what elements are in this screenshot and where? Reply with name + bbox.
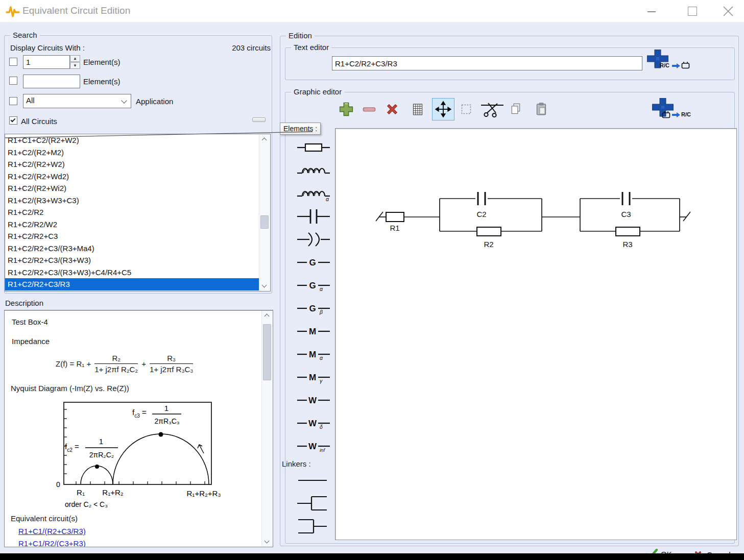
element-w-inf[interactable]: Winf xyxy=(296,436,331,456)
add-element-button[interactable] xyxy=(335,98,357,120)
list-item[interactable]: R1+C2/R2 xyxy=(5,206,259,218)
list-item[interactable]: R1+C2/R2+C3/(R3+W3) xyxy=(5,254,259,266)
circuit-text-input[interactable] xyxy=(332,56,642,70)
label-r1: R1 xyxy=(390,224,399,232)
label-r3: R3 xyxy=(622,240,632,249)
element-resistor[interactable] xyxy=(296,138,331,157)
element-g-alpha[interactable]: Gα xyxy=(296,276,331,295)
list-item[interactable]: R1+C2/R2+C3/(R3+W3)+C4/R4+C5 xyxy=(5,266,259,279)
filter1-checkbox[interactable] xyxy=(9,58,17,66)
scroll-down-button[interactable] xyxy=(262,536,272,546)
list-scrollbar[interactable] xyxy=(259,135,270,290)
description-scrollbar[interactable] xyxy=(261,311,272,546)
copy-button[interactable] xyxy=(505,98,527,120)
element-g-beta[interactable]: Gβ xyxy=(296,299,331,318)
linker-fork-left[interactable] xyxy=(296,515,329,540)
list-item[interactable]: R1+C2/(R2+Wd2) xyxy=(5,171,259,183)
equivalent-circuit-link[interactable]: R1+C1/(R2+C3/R3) xyxy=(18,527,86,535)
linker-straight[interactable] xyxy=(296,469,329,494)
svg-text:fc2 =: fc2 = xyxy=(65,442,79,453)
maximize-button[interactable] xyxy=(683,4,701,18)
spin-down-icon[interactable]: ▼ xyxy=(70,62,80,69)
paste-button[interactable] xyxy=(530,98,553,120)
app-logo-icon xyxy=(6,4,20,18)
filter2-elements-input[interactable] xyxy=(23,75,80,88)
description-box[interactable]: Test Box-4 Impedance Z(f) = R₁ + R₂ 1+ j… xyxy=(4,310,273,547)
all-circuits-checkbox[interactable] xyxy=(9,116,17,125)
filter3-checkbox[interactable] xyxy=(9,97,17,105)
equivalent-circuit-edition-window: Equivalent Circuit Edition Search Displa… xyxy=(0,0,744,560)
list-item[interactable]: R1+C2/(R2+W2) xyxy=(5,158,259,171)
delete-button[interactable] xyxy=(381,98,403,120)
list-item[interactable]: R1+C2/R2+C3/(R3+Ma4) xyxy=(5,242,259,255)
element-cpe[interactable] xyxy=(296,230,331,249)
frequency-direction-arrow xyxy=(198,445,204,453)
circuit-to-text-button[interactable]: R/C xyxy=(651,97,717,124)
circuit-list-items: R1+C1+C2/(R2+W2)R1+C2/(R2+M2)R1+C2/(R2+W… xyxy=(5,134,270,290)
list-item[interactable]: R1+C2/(R2+M2) xyxy=(5,147,259,159)
right-terminal-slash xyxy=(683,212,690,221)
element-g[interactable]: G xyxy=(296,253,331,272)
selection-tool-button[interactable] xyxy=(455,98,477,120)
window-title: Equivalent Circuit Edition xyxy=(22,5,130,16)
list-item[interactable]: R1+C2/R2+C3/R3 xyxy=(5,278,259,290)
scroll-thumb[interactable] xyxy=(260,215,269,229)
element-w[interactable]: W xyxy=(296,391,331,410)
list-item[interactable]: R1+C1+C2/(R2+W2) xyxy=(5,134,259,147)
equivalent-circuit-link[interactable]: R1+C1/R2/(C3+R3) xyxy=(18,539,86,547)
svg-text:M: M xyxy=(309,327,316,336)
impedance-formula: Z(f) = R₁ + R₂ 1+ j2πf R₂C₂ + R₃ 1+ j2πf… xyxy=(56,354,197,374)
scroll-down-button[interactable] xyxy=(259,280,270,290)
element-capacitor[interactable] xyxy=(296,207,331,226)
grid-button[interactable] xyxy=(406,98,429,120)
text-to-circuit-button[interactable]: R/C xyxy=(645,48,712,74)
svg-text:2πR₂C₂: 2πR₂C₂ xyxy=(89,451,114,459)
arrow-right-icon xyxy=(672,63,680,69)
display-circuits-label: Display Circuits With : xyxy=(10,43,85,52)
filter3-label: Application xyxy=(136,97,173,106)
svg-text:W: W xyxy=(308,442,317,451)
filter1-elements-input[interactable] xyxy=(23,55,70,69)
list-item[interactable]: R1+C2/(R3+W3+C3) xyxy=(5,194,259,207)
list-item[interactable]: R1+C2/R2+C3 xyxy=(5,230,259,242)
circuit-listbox[interactable]: R1+C1+C2/(R2+W2)R1+C2/(R2+M2)R1+C2/(R2+W… xyxy=(5,134,271,291)
x-red-icon xyxy=(383,101,401,118)
list-item[interactable]: R1+C2/(R2+Wi2) xyxy=(5,182,259,194)
scroll-thumb[interactable] xyxy=(263,324,271,380)
filter2-label: Element(s) xyxy=(83,77,121,86)
close-button[interactable] xyxy=(719,4,736,18)
element-inductor[interactable] xyxy=(296,161,331,180)
cpe-icon xyxy=(296,230,331,249)
formula-plus: + xyxy=(141,359,146,368)
application-select[interactable]: All xyxy=(23,94,131,108)
linker-fork-right-icon xyxy=(296,492,329,515)
svg-text:W: W xyxy=(308,396,317,405)
scroll-up-button[interactable] xyxy=(262,311,272,321)
remove-element-button[interactable] xyxy=(358,98,380,120)
element-m-alpha[interactable]: Mα xyxy=(296,345,331,364)
filter2-checkbox[interactable] xyxy=(9,77,17,85)
list-item[interactable]: R1+C2/R2/W2 xyxy=(5,218,259,231)
circuit-canvas[interactable]: R1 C2 R2 C3 R3 xyxy=(335,128,737,540)
scroll-up-button[interactable] xyxy=(259,135,270,145)
filter1-spinner[interactable]: ▲ ▼ xyxy=(70,55,80,69)
graphic-editor-group-label: Graphic editor xyxy=(291,87,344,96)
collapse-mini-button[interactable] xyxy=(252,117,266,122)
element-w-delta[interactable]: Wδ xyxy=(296,413,331,433)
spin-up-icon[interactable]: ▲ xyxy=(70,55,80,62)
formula-lhs: Z(f) = R₁ + xyxy=(56,359,91,368)
element-m[interactable]: M xyxy=(296,322,331,341)
g-icon: G xyxy=(296,253,331,272)
linker-fork-right[interactable] xyxy=(296,492,329,517)
element-inductor-alpha[interactable]: α xyxy=(296,184,331,203)
minimize-button[interactable] xyxy=(642,4,660,18)
svg-text:γ: γ xyxy=(320,378,323,384)
minus-icon xyxy=(361,101,378,118)
capacitor-icon xyxy=(296,207,331,226)
element-m-gamma[interactable]: Mγ xyxy=(296,368,331,387)
svg-text:order C₂ < C₃: order C₂ < C₃ xyxy=(65,500,108,508)
svg-text:α: α xyxy=(326,196,329,202)
arrow-right-icon xyxy=(672,112,680,118)
move-tool-button[interactable] xyxy=(432,98,454,120)
cut-button[interactable] xyxy=(479,98,506,120)
